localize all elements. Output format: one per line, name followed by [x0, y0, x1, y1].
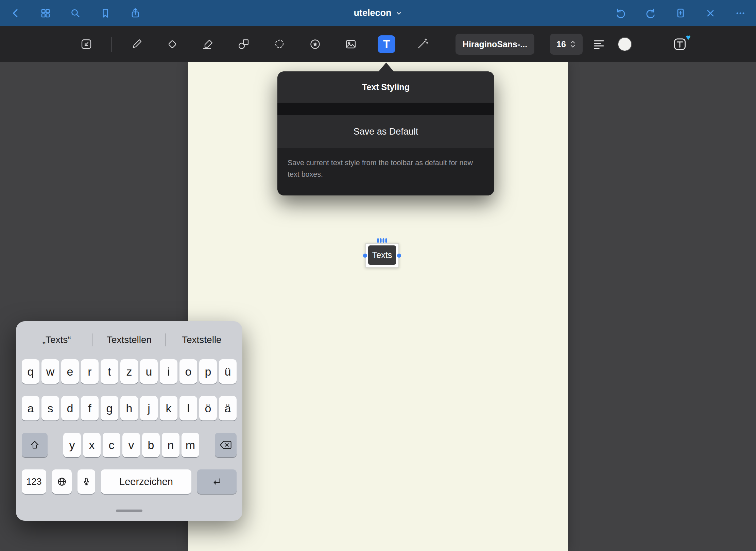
key-w[interactable]: w — [41, 359, 59, 384]
popover-arrow — [378, 63, 394, 72]
lasso-icon — [272, 36, 287, 52]
key-i[interactable]: i — [160, 359, 177, 384]
redo-button[interactable] — [644, 6, 657, 20]
suggestion-3[interactable]: Textstelle — [166, 334, 238, 345]
shapes-icon — [236, 36, 252, 52]
resize-handle-right[interactable] — [397, 254, 401, 258]
text-style-button[interactable]: ♥ — [672, 37, 687, 52]
keyboard-letter-group: y x c v b n m — [63, 433, 199, 457]
tool-group: T — [75, 26, 433, 62]
key-l[interactable]: l — [179, 396, 197, 420]
key-h[interactable]: h — [120, 396, 138, 420]
image-icon — [343, 36, 359, 52]
key-k[interactable]: k — [160, 396, 177, 420]
key-o[interactable]: o — [179, 359, 197, 384]
selected-text-box[interactable]: Texts — [365, 243, 399, 268]
search-button[interactable] — [69, 6, 82, 20]
document-title[interactable]: utelecon — [354, 0, 402, 26]
key-a[interactable]: a — [22, 396, 39, 420]
key-a-umlaut[interactable]: ä — [219, 396, 237, 420]
backspace-key[interactable] — [215, 433, 237, 457]
document-title-label: utelecon — [354, 8, 391, 18]
image-tool[interactable] — [340, 33, 362, 55]
text-style-icon — [672, 37, 687, 52]
toolbar-divider — [111, 37, 112, 52]
thumbnails-button[interactable] — [39, 6, 52, 20]
key-v[interactable]: v — [122, 433, 140, 457]
text-box-drag-handle[interactable] — [377, 238, 387, 243]
key-q[interactable]: q — [22, 359, 39, 384]
more-button[interactable] — [734, 6, 747, 20]
share-icon — [129, 7, 142, 20]
share-button[interactable] — [128, 6, 142, 20]
add-page-button[interactable] — [674, 6, 687, 20]
thumbnails-icon — [39, 7, 52, 20]
onscreen-keyboard: „Texts“ Textstellen Textstelle q w e r t… — [16, 321, 242, 521]
resize-handle-left[interactable] — [363, 254, 367, 258]
key-o-umlaut[interactable]: ö — [199, 396, 217, 420]
color-swatch-button[interactable] — [618, 37, 632, 51]
keyboard-row-4: 123 Leerzeichen — [22, 469, 237, 494]
space-key[interactable]: Leerzeichen — [101, 469, 191, 494]
keyboard-drag-handle[interactable] — [116, 510, 142, 512]
text-box-content: Texts — [368, 245, 396, 265]
save-as-default-button[interactable]: Save as Default — [277, 115, 494, 148]
stickers-tool[interactable] — [304, 33, 326, 55]
highlighter-icon — [200, 36, 216, 52]
popover-description: Save current text style from the toolbar… — [277, 148, 494, 195]
lasso-tool[interactable] — [269, 33, 290, 55]
heart-badge-icon: ♥ — [686, 33, 691, 41]
suggestion-1[interactable]: „Texts“ — [21, 334, 92, 345]
close-button[interactable] — [704, 6, 717, 20]
dictation-key[interactable] — [78, 469, 95, 494]
key-s[interactable]: s — [41, 396, 59, 420]
eraser-tool[interactable] — [161, 33, 183, 55]
back-button[interactable] — [9, 6, 22, 20]
bookmark-button[interactable] — [99, 6, 112, 20]
zoom-window-tool[interactable] — [75, 33, 97, 55]
key-u-umlaut[interactable]: ü — [219, 359, 237, 384]
key-e[interactable]: e — [61, 359, 79, 384]
highlighter-tool[interactable] — [197, 33, 219, 55]
key-f[interactable]: f — [81, 396, 99, 420]
key-y[interactable]: y — [63, 433, 81, 457]
text-tool-selected[interactable]: T — [376, 33, 397, 55]
shift-key[interactable] — [22, 433, 48, 457]
key-n[interactable]: n — [162, 433, 179, 457]
nav-right-group — [614, 6, 747, 20]
keyboard-row-1: q w e r t z u i o p ü — [22, 359, 237, 384]
key-d[interactable]: d — [61, 396, 79, 420]
key-b[interactable]: b — [142, 433, 160, 457]
key-j[interactable]: j — [140, 396, 158, 420]
redo-icon — [644, 7, 657, 20]
key-g[interactable]: g — [101, 396, 118, 420]
undo-icon — [614, 7, 627, 20]
suggestion-2[interactable]: Textstellen — [93, 334, 165, 345]
key-x[interactable]: x — [83, 433, 101, 457]
laser-pointer-tool[interactable] — [411, 33, 433, 55]
shapes-tool[interactable] — [233, 33, 255, 55]
font-button[interactable]: HiraginoSans-... — [456, 34, 534, 55]
nav-left-group — [9, 6, 142, 20]
alignment-button[interactable] — [592, 37, 606, 51]
key-t[interactable]: t — [101, 359, 118, 384]
alignment-icon — [592, 37, 606, 51]
return-key[interactable] — [197, 469, 237, 494]
font-size-stepper[interactable]: 16 — [550, 34, 583, 55]
key-u[interactable]: u — [140, 359, 158, 384]
keyboard-row-3: y x c v b n m — [22, 433, 237, 457]
back-icon — [9, 7, 22, 20]
popover-title: Text Styling — [277, 71, 494, 103]
return-icon — [212, 477, 222, 487]
microphone-icon — [82, 477, 91, 486]
key-r[interactable]: r — [81, 359, 99, 384]
undo-button[interactable] — [614, 6, 628, 20]
add-page-icon — [674, 7, 687, 20]
key-c[interactable]: c — [103, 433, 120, 457]
pen-tool[interactable] — [126, 33, 148, 55]
numbers-key[interactable]: 123 — [22, 469, 46, 494]
globe-key[interactable] — [52, 469, 72, 494]
key-z[interactable]: z — [120, 359, 138, 384]
key-m[interactable]: m — [182, 433, 199, 457]
key-p[interactable]: p — [199, 359, 217, 384]
